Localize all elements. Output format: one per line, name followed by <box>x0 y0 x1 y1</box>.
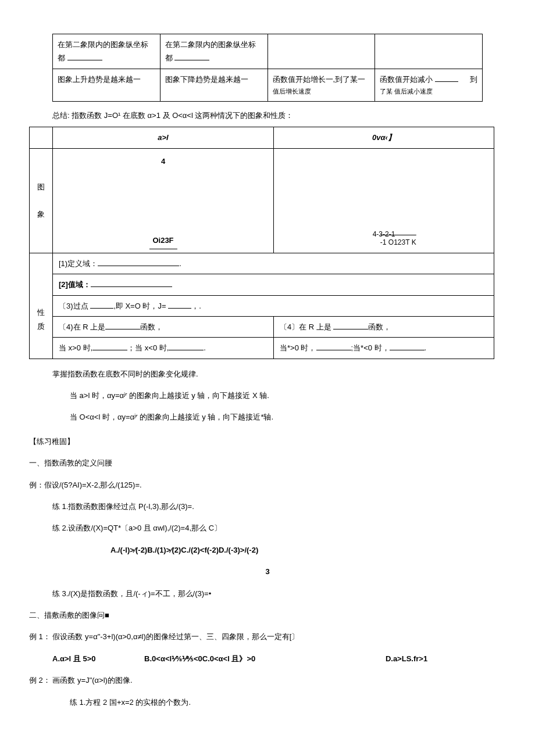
blank <box>174 53 209 60</box>
graph-axis-label: Oi23F <box>149 234 177 249</box>
property-text: 函数， <box>140 323 163 331</box>
section-title: 一、指数函敦的定义问腰 <box>29 456 506 470</box>
practice-options: A./(-l)>∕(-2)B./(1)>∕(2)C./(2)<f(-2)D./(… <box>110 543 506 557</box>
blank <box>105 322 140 329</box>
property-text: [2]值域： <box>59 280 91 289</box>
blank <box>90 301 113 309</box>
col-header-a-gt-1: a>l <box>53 127 274 148</box>
blank <box>67 53 102 60</box>
practice-item: 练 3./(X)是指数函数，且/(-ィ)=不工，那么/(3)=• <box>52 587 506 600</box>
property-text: ；当 x<0 时, <box>127 343 169 352</box>
graph-axis-label: -1 O123T K <box>380 235 416 249</box>
property-text: [1)定义域： <box>59 259 98 268</box>
cell-text: 图象上升趋势是越来越一 <box>53 69 160 101</box>
summary-text: 总结: 指数函数 J=O¹ 在底数 α>1 及 O<α<l 这两种情况下的图象和… <box>52 109 506 122</box>
cell-text: 值后增长速度 <box>273 86 370 98</box>
cell-text: 到 <box>470 73 477 86</box>
cell-text: 函数值开始减小 <box>380 75 433 84</box>
example-text: 例 2： 画函数 y=J"(α>l)的图像. <box>29 673 506 687</box>
property-text: 当*>0 时， <box>280 343 316 352</box>
option-d: D.a>LS.fr>1 <box>386 652 427 665</box>
property-text: ，. <box>191 302 201 310</box>
col-header-a-lt-1: 0vα‹】 <box>274 127 494 148</box>
row-label: 图 <box>37 182 45 191</box>
cell-text: 了某 值后减小速度 <box>380 86 477 98</box>
blank <box>169 343 204 350</box>
cell-text: 图象下降趋势是越来越一 <box>160 69 268 101</box>
label-three: 3 <box>29 565 506 578</box>
option-bc: B.0<α<l⅟⅝⅟⅗<0C.0<α<l 且》>0 <box>144 652 255 665</box>
property-text: ;当*<0 时， <box>351 343 390 352</box>
practice-heading: 【练习稚固】 <box>29 435 506 448</box>
blank <box>435 74 458 82</box>
blank <box>390 343 425 350</box>
blank <box>91 280 172 287</box>
practice-item: 练 1.方程 2 国+x=2 的实根的个数为. <box>70 696 506 709</box>
blank <box>92 343 127 350</box>
row-label: 象 <box>37 210 45 218</box>
section-title: 二、描敷函敷的图像问■ <box>29 608 506 622</box>
graph-label: 4 <box>161 155 165 168</box>
note-text: 掌握指数函数在底数不同时的图象变化规律. <box>52 367 506 381</box>
property-text: 〔3)过点 <box>59 302 88 310</box>
cell-text: 函数值开始增长一,到了某一 <box>273 73 370 86</box>
blank <box>168 301 191 309</box>
note-text: 当 O<α<l 时，αy=αʲʳ 的图象向上越接近 y 轴，向下越接近*轴. <box>70 410 506 424</box>
example-text: 例：假设/(5?AI)=X-2,那么/(125)=. <box>29 478 506 492</box>
table-exponential-properties: a>l 0vα‹】 图象 4 Oi23F 4-3-2-1 -1 O123T K … <box>29 127 494 359</box>
property-text: 〔4)在 R 上是 <box>59 323 105 331</box>
property-text: 函数， <box>368 323 391 331</box>
blank <box>98 259 179 266</box>
table-quadrant-behavior: 在第二象限内的图象纵坐标都 在第二象限内的图象纵坐标都 图象上升趋势是越来越一 … <box>52 34 483 102</box>
example-text: 例 1： 假设函数 y=α"-3+l)(α>0,α≠l)的图像经过第一、三、四象… <box>29 630 506 643</box>
blank <box>333 322 368 329</box>
note-text: 当 a>l 时，αy=αʲʳ 的图象向上越接近 y 轴，向下越接近 X 轴. <box>70 389 506 402</box>
property-text: ,即 X=O 时，J= <box>113 302 166 310</box>
blank <box>316 343 351 350</box>
option-a: A.α>l 且 5>0 <box>52 652 95 665</box>
practice-item: 练 2.设函数/(X)=QT*〔a>0 且 αwl),/(2)=4,那么 C〕 <box>52 521 506 535</box>
row-label: 质 <box>37 322 45 331</box>
row-label: 性 <box>37 308 45 317</box>
property-text: 当 x>0 时, <box>59 343 92 352</box>
practice-item: 练 1.指数函数图像经过点 P(-l,3),那么/(3)=. <box>52 500 506 513</box>
property-text: 〔4〕在 R 上是 <box>280 323 331 331</box>
